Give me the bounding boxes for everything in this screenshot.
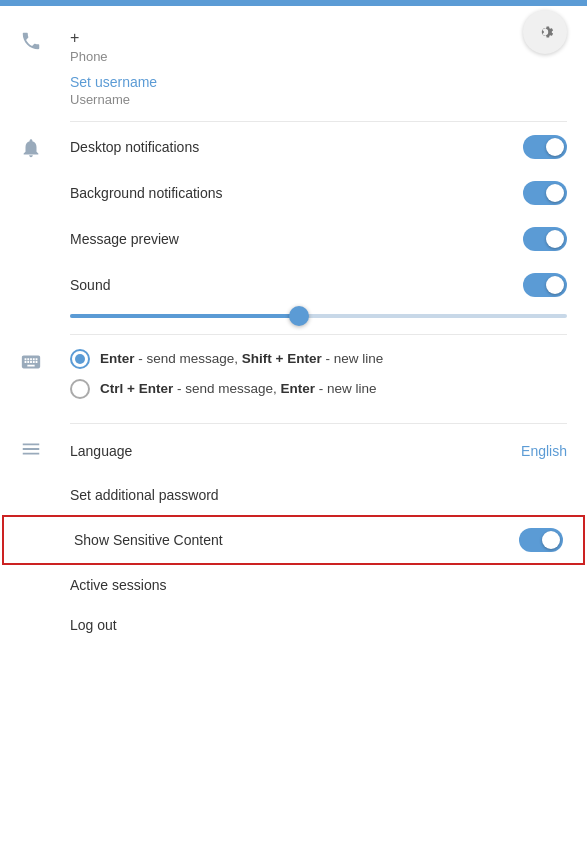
phone-plus: + [70, 28, 567, 47]
background-notifications-row: Background notifications [0, 170, 587, 216]
sound-slider-container [0, 308, 587, 332]
enter-option-text: Enter - send message, Shift + Enter - ne… [100, 350, 383, 369]
background-notifications-toggle[interactable] [523, 181, 567, 205]
sound-toggle[interactable] [523, 273, 567, 297]
phone-icon [20, 30, 42, 52]
keyboard-section: Enter - send message, Shift + Enter - ne… [0, 337, 587, 421]
active-sessions-row[interactable]: Active sessions [0, 565, 587, 605]
phone-label: Phone [70, 49, 567, 64]
bell-icon-container [20, 135, 70, 159]
enter-radio[interactable] [70, 349, 90, 369]
menu-icon-container [20, 438, 70, 463]
desktop-notifications-row: Desktop notifications [0, 124, 587, 170]
keyboard-icon-container [20, 349, 70, 373]
sound-row: Sound [0, 262, 587, 308]
enter-mid-text: - send message, [135, 351, 242, 366]
additional-password-row[interactable]: Set additional password [0, 475, 587, 515]
ctrl-enter-end-text: - new line [315, 381, 377, 396]
ctrl-enter-mid-text: - send message, [173, 381, 280, 396]
slider-fill [70, 314, 299, 318]
language-label: Language [70, 443, 521, 459]
divider-2 [70, 334, 567, 335]
language-value[interactable]: English [521, 443, 567, 459]
slider-thumb[interactable] [289, 306, 309, 326]
message-preview-toggle[interactable] [523, 227, 567, 251]
message-preview-label: Message preview [70, 231, 523, 247]
sensitive-content-row: Show Sensitive Content [2, 515, 585, 565]
logout-row[interactable]: Log out [0, 605, 587, 645]
language-section: Language English [0, 426, 587, 475]
set-username-link[interactable]: Set username [70, 74, 567, 90]
divider-1 [70, 121, 567, 122]
enter-key-label: Enter [100, 351, 135, 366]
slider-track[interactable] [70, 314, 567, 318]
ctrl-enter-radio[interactable] [70, 379, 90, 399]
phone-section: + Phone Set username Username [0, 16, 587, 119]
sound-label: Sound [70, 277, 523, 293]
phone-icon-container [20, 28, 70, 52]
desktop-notifications-toggle[interactable] [523, 135, 567, 159]
enter-key-label-2: Enter [280, 381, 315, 396]
divider-3 [70, 423, 567, 424]
background-notifications-label: Background notifications [70, 185, 523, 201]
keyboard-body: Enter - send message, Shift + Enter - ne… [70, 349, 567, 409]
ctrl-enter-option-text: Ctrl + Enter - send message, Enter - new… [100, 380, 377, 399]
message-preview-row: Message preview [0, 216, 587, 262]
enter-end-text: - new line [322, 351, 384, 366]
ctrl-enter-key-label: Ctrl + Enter [100, 381, 173, 396]
shift-enter-label: Shift + Enter [242, 351, 322, 366]
sensitive-content-label: Show Sensitive Content [74, 532, 519, 548]
enter-option-row: Enter - send message, Shift + Enter - ne… [70, 349, 567, 369]
bell-icon [20, 137, 42, 159]
sensitive-content-toggle[interactable] [519, 528, 563, 552]
ctrl-enter-option-row: Ctrl + Enter - send message, Enter - new… [70, 379, 567, 399]
phone-body: + Phone Set username Username [70, 28, 567, 107]
desktop-notifications-label: Desktop notifications [70, 139, 523, 155]
menu-icon [20, 438, 42, 460]
username-sublabel: Username [70, 92, 567, 107]
settings-content: + Phone Set username Username Desktop no… [0, 6, 587, 665]
keyboard-icon [20, 351, 42, 373]
